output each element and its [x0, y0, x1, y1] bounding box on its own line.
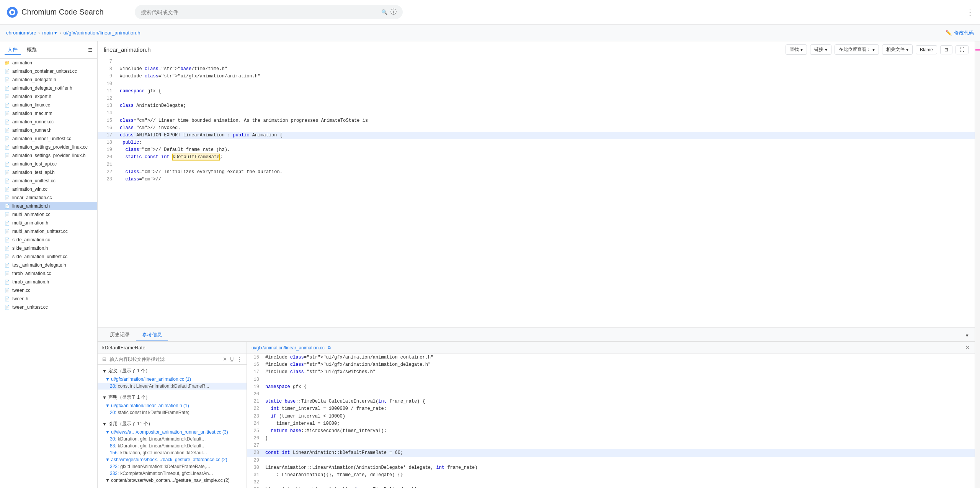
split-view-button[interactable]: ⊟ [940, 45, 952, 54]
result-section-header[interactable]: ▼ 声明（显示了 1 个） [98, 393, 247, 402]
sidebar-item-animation_unittest-cc[interactable]: 📄animation_unittest.cc [0, 177, 97, 185]
result-line[interactable]: 83:kDuration, gfx::LinearAnimation::kDef… [98, 442, 247, 449]
fullscreen-button[interactable]: ⛶ [956, 45, 969, 54]
result-line[interactable]: 20:static const int kDefaultFrameRate; [98, 409, 247, 416]
line-number[interactable]: 7 [98, 58, 117, 66]
sidebar-item-linear_animation-h[interactable]: 📄linear_animation.h [0, 202, 97, 210]
sidebar-item-animation_settings_provider_linux-cc[interactable]: 📄animation_settings_provider_linux.cc [0, 143, 97, 151]
line-number[interactable]: 17 [247, 368, 262, 376]
result-line[interactable]: 156:kDuration, gfx::LinearAnimation::kDe… [98, 449, 247, 456]
sidebar-item-animation_test_api-cc[interactable]: 📄animation_test_api.cc [0, 160, 97, 168]
line-number[interactable]: 9 [98, 73, 117, 80]
edit-button[interactable]: ✏️ 修改代码 [946, 29, 974, 36]
line-number[interactable]: 18 [247, 376, 262, 383]
sidebar-item-slide_animation_unittest-cc[interactable]: 📄slide_animation_unittest.cc [0, 252, 97, 261]
line-number[interactable]: 10 [98, 80, 117, 88]
search-bar[interactable]: 🔍 ⓘ [135, 5, 403, 19]
sidebar-item-animation_test_api-h[interactable]: 📄animation_test_api.h [0, 168, 97, 177]
line-number[interactable]: 31 [247, 472, 262, 479]
line-number[interactable]: 23 [247, 413, 262, 420]
line-number[interactable]: 20 [247, 391, 262, 398]
result-section-header[interactable]: ▼ 定义（显示了 1 个） [98, 366, 247, 376]
line-number[interactable]: 19 [98, 146, 117, 154]
line-number[interactable]: 32 [247, 479, 262, 486]
line-number[interactable]: 26 [247, 435, 262, 442]
line-number[interactable]: 27 [247, 442, 262, 449]
sidebar-item-animation_win-cc[interactable]: 📄animation_win.cc [0, 185, 97, 193]
line-number[interactable]: 16 [247, 361, 262, 368]
result-section-header[interactable]: ▼ 引用（显示了 11 个） [98, 419, 247, 429]
ref-file-external-icon[interactable]: ⧉ [328, 345, 331, 350]
sidebar-item-multi_animation-h[interactable]: 📄multi_animation.h [0, 219, 97, 227]
line-number[interactable]: 18 [98, 139, 117, 146]
line-number[interactable]: 14 [98, 110, 117, 117]
line-number[interactable]: 15 [98, 117, 117, 124]
sidebar-item-animation_settings_provider_linux-h[interactable]: 📄animation_settings_provider_linux.h [0, 151, 97, 160]
result-file[interactable]: ▼ content/browser/web_conten…/gesture_na… [98, 477, 247, 484]
sidebar-item-tween_unittest-cc[interactable]: 📄tween_unittest.cc [0, 303, 97, 311]
line-number[interactable]: 16 [98, 124, 117, 132]
collapse-sidebar-icon[interactable]: ☰ [88, 47, 93, 53]
breadcrumb-main[interactable]: main ▾ [42, 30, 57, 36]
sidebar-item-throb_animation-h[interactable]: 📄throb_animation.h [0, 278, 97, 286]
sidebar-item-multi_animation_unittest-cc[interactable]: 📄multi_animation_unittest.cc [0, 227, 97, 236]
ref-file-link[interactable]: ui/gfx/animation/linear_animation.cc [252, 345, 325, 350]
line-number[interactable]: 22 [98, 169, 117, 176]
line-number[interactable]: 30 [247, 464, 262, 472]
sidebar-item-animation[interactable]: 📁animation [0, 59, 97, 67]
result-line[interactable]: 28:const int LinearAnimation::kDefaultFr… [98, 383, 247, 390]
filter-icon[interactable]: ⊟ [102, 356, 106, 362]
sidebar-item-animation_runner-h[interactable]: 📄animation_runner.h [0, 126, 97, 134]
result-file[interactable]: ▼ ui/views/a…/compositor_animation_runne… [98, 429, 247, 436]
result-line[interactable]: 332:kCompleteAnimationTimeout, gfx::Line… [98, 470, 247, 477]
sidebar-item-animation_delegate-h[interactable]: 📄animation_delegate.h [0, 75, 97, 84]
line-number[interactable]: 29 [247, 457, 262, 464]
search-icon[interactable]: 🔍 [381, 9, 387, 15]
breadcrumb-chromium-src[interactable]: chromium/src [6, 30, 36, 36]
result-line[interactable]: 30:kDuration, gfx::LinearAnimation::kDef… [98, 436, 247, 442]
sidebar-item-slide_animation-cc[interactable]: 📄slide_animation.cc [0, 236, 97, 244]
line-number[interactable]: 20 [98, 154, 117, 161]
sidebar-item-animation_linux-cc[interactable]: 📄animation_linux.cc [0, 101, 97, 109]
sidebar-item-throb_animation-cc[interactable]: 📄throb_animation.cc [0, 269, 97, 278]
underline-icon[interactable]: U̲ [230, 356, 234, 362]
sidebar-item-test_animation_delegate-h[interactable]: 📄test_animation_delegate.h [0, 261, 97, 269]
tab-history[interactable]: 历史记录 [104, 329, 136, 341]
line-number[interactable]: 17 [98, 132, 117, 139]
line-number[interactable]: 21 [98, 161, 117, 169]
search-input[interactable] [141, 9, 378, 15]
sidebar-item-animation_runner_unittest-cc[interactable]: 📄animation_runner_unittest.cc [0, 134, 97, 143]
line-number[interactable]: 24 [247, 420, 262, 427]
result-file[interactable]: ▼ ui/gfx/animation/linear_animation.h (1… [98, 402, 247, 409]
result-line[interactable]: 323:gfx::LinearAnimation::kDefaultFrameR… [98, 463, 247, 470]
ref-code[interactable]: 15#include class="str">"ui/gfx/animation… [247, 354, 975, 488]
find-button[interactable]: 查找 ▾ [786, 44, 807, 55]
more-filter-icon[interactable]: ⋮ [237, 356, 242, 362]
sidebar-item-tween-cc[interactable]: 📄tween.cc [0, 286, 97, 295]
view-at-button[interactable]: 在此位置查看： ▾ [835, 44, 879, 55]
sidebar-item-multi_animation-cc[interactable]: 📄multi_animation.cc [0, 210, 97, 219]
line-number[interactable]: 8 [98, 66, 117, 73]
sidebar-item-animation_mac-mm[interactable]: 📄animation_mac.mm [0, 109, 97, 118]
line-number[interactable]: 33 [247, 486, 262, 488]
close-ref-panel-icon[interactable]: ✕ [965, 344, 970, 351]
line-number[interactable]: 12 [98, 95, 117, 102]
expand-panel-icon[interactable]: ▾ [966, 332, 969, 338]
result-file[interactable]: ▼ ui/gfx/animation/linear_animation.cc (… [98, 376, 247, 383]
code-area[interactable]: 7 8#include class="str">"base/time/time.… [98, 58, 975, 327]
line-number[interactable]: 28 [247, 449, 262, 457]
more-vert-icon[interactable]: ⋮ [966, 8, 974, 17]
sidebar-item-tween-h[interactable]: 📄tween.h [0, 295, 97, 303]
sidebar-item-linear_animation-cc[interactable]: 📄linear_animation.cc [0, 193, 97, 202]
line-number[interactable]: 13 [98, 102, 117, 110]
related-files-button[interactable]: 相关文件 ▾ [882, 44, 913, 55]
breadcrumb-file-path[interactable]: ui/gfx/animation/linear_animation.h [64, 30, 140, 36]
line-number[interactable]: 23 [98, 176, 117, 183]
sidebar-tab-overview[interactable]: 概览 [24, 45, 40, 55]
line-number[interactable]: 19 [247, 383, 262, 391]
sidebar-item-slide_animation-h[interactable]: 📄slide_animation.h [0, 244, 97, 252]
blame-button[interactable]: Blame [916, 45, 937, 54]
info-icon[interactable]: ⓘ [390, 8, 397, 16]
sidebar-item-animation_delegate_notifier-h[interactable]: 📄animation_delegate_notifier.h [0, 84, 97, 92]
tab-references[interactable]: 参考信息 [136, 329, 168, 341]
